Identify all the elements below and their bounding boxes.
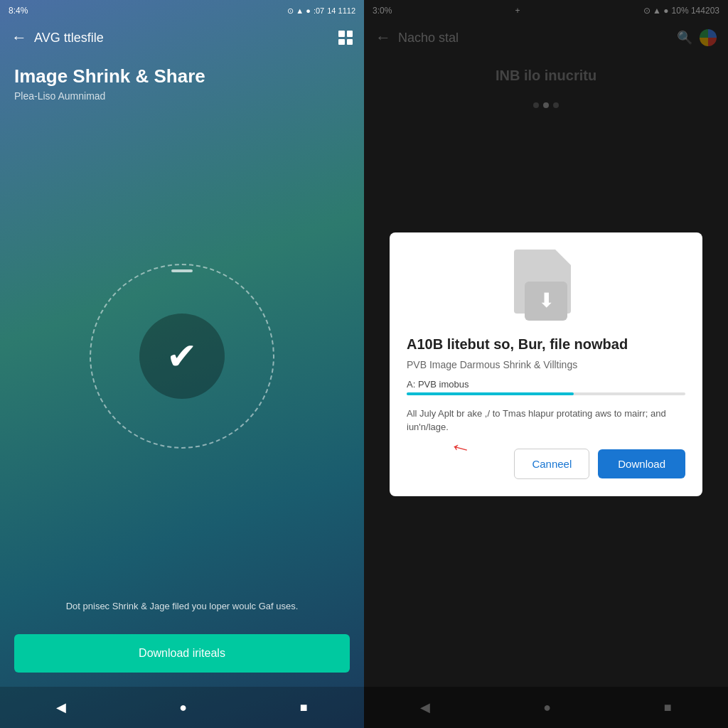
status-time-left: :07 [314, 6, 324, 15]
progress-bar-container [407, 392, 685, 395]
nav-recents-left[interactable]: ■ [286, 696, 322, 719]
dialog-description: All July Aplt br ake ,/ to Tmas hlapur p… [407, 407, 685, 434]
status-left-text: 8:4% [9, 6, 28, 16]
status-right-left: 14 1112 [327, 6, 355, 15]
dialog-subtitle: PVB Image Darmous Shrink & Villtings [407, 359, 685, 370]
grid-menu-icon[interactable] [338, 31, 353, 45]
circle-area: ✔ [0, 113, 364, 599]
file-download-icon: ⬇ [514, 250, 578, 321]
dialog-actions: ← Canneel Download [407, 449, 685, 479]
status-icons-text: ⊙ ▲ ● [287, 6, 311, 16]
app-info: Image Shrink & Share Plea-Liso Aumnimad [0, 54, 364, 113]
download-installs-button[interactable]: Download iriteals [14, 634, 350, 673]
arrow-down-symbol: ⬇ [538, 291, 555, 311]
nav-back-left[interactable]: ◀ [42, 695, 80, 719]
dashed-circle: ✔ [90, 264, 274, 449]
app-author: Plea-Liso Aumnimad [14, 90, 350, 102]
progress-label: A: PVB imobus [407, 379, 685, 390]
download-arrow-icon: ⬇ [525, 282, 567, 321]
back-button-left[interactable]: ← [11, 28, 27, 47]
progress-bar-fill [407, 392, 574, 395]
red-arrow-indicator: ← [446, 432, 475, 463]
checkmark-icon: ✔ [166, 335, 198, 378]
right-panel: 3:0% + ⊙ ▲ ● 10% 144203 ← Nacho stal 🔍 I… [364, 0, 728, 728]
app-store-title: AVG ttlesfile [34, 31, 338, 46]
dialog-icon-area: ⬇ [407, 250, 685, 321]
file-corner-fold [555, 250, 571, 265]
download-button[interactable]: Download [598, 449, 685, 478]
nav-bar-left: ◀ ● ■ [0, 687, 364, 728]
top-bar-left: ← AVG ttlesfile [0, 21, 364, 54]
cancel-button[interactable]: Canneel [514, 449, 589, 479]
dialog-title: A10B litebut so, Bur, file nowbad [407, 335, 685, 353]
inner-circle: ✔ [139, 314, 225, 399]
status-left-icons: ⊙ ▲ ● :07 14 1112 [287, 6, 355, 16]
download-dialog: ⬇ A10B litebut so, Bur, file nowbad PVB … [390, 232, 702, 496]
left-panel: 8:4% ⊙ ▲ ● :07 14 1112 ← AVG ttlesfile I… [0, 0, 364, 728]
dialog-overlay: ⬇ A10B litebut so, Bur, file nowbad PVB … [364, 0, 728, 728]
app-description: Dot pnisec Shrink & Jage filed you loper… [0, 599, 364, 628]
app-name: Image Shrink & Share [14, 65, 350, 87]
status-bar-left: 8:4% ⊙ ▲ ● :07 14 1112 [0, 0, 364, 21]
nav-home-left[interactable]: ● [165, 696, 201, 719]
